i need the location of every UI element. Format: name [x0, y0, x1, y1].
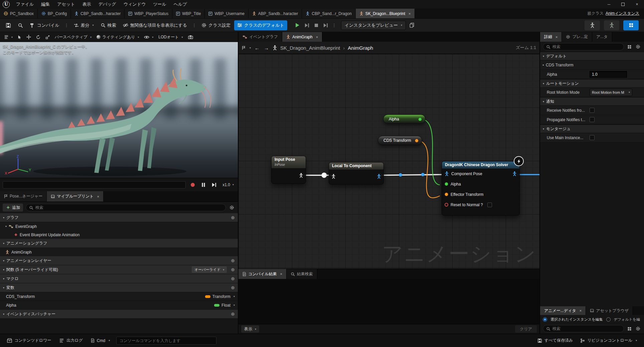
category-root-motion[interactable]: ▾ルートモーション: [540, 79, 644, 88]
play-button[interactable]: [293, 21, 302, 30]
menu-window[interactable]: ウィンドウ: [120, 0, 150, 9]
tab-my-blueprint[interactable]: マイブループリント×: [47, 191, 104, 202]
back-icon[interactable]: ←: [254, 45, 260, 51]
pin-row-component-pose[interactable]: Component Pose: [442, 168, 519, 179]
scale-tool-icon[interactable]: [43, 33, 52, 41]
add-button[interactable]: ＋追加: [3, 204, 23, 212]
forward-icon[interactable]: →: [263, 45, 270, 51]
compile-options-icon[interactable]: ⋮: [63, 23, 70, 28]
add-function-icon[interactable]: ⊕: [231, 267, 235, 272]
hide-unrelated-options-icon[interactable]: ⋮: [191, 23, 198, 28]
my-blueprint-search[interactable]: [26, 204, 226, 211]
bool-input-pin[interactable]: [445, 203, 448, 207]
node-local-to-component[interactable]: Local To Component: [329, 162, 384, 185]
preview-animation-button[interactable]: [604, 20, 619, 30]
gear-icon[interactable]: [635, 325, 641, 332]
edit-selected-instance-radio[interactable]: [543, 317, 547, 322]
minimize-icon[interactable]: ─: [602, 0, 616, 9]
anim-graph-canvas[interactable]: アニメーション Alpha: [238, 54, 539, 269]
play-options-icon[interactable]: ⋮: [331, 23, 338, 28]
float-input-pin[interactable]: [445, 182, 448, 186]
variable-row-cds-transform[interactable]: CDS_Transform Transform▾: [0, 292, 238, 301]
maximize-icon[interactable]: [616, 0, 630, 9]
timeline-scrubber[interactable]: [3, 181, 186, 189]
search-input[interactable]: [35, 205, 222, 210]
category-event-dispatchers[interactable]: ▾イベントディスパッチャー⊕: [0, 310, 238, 319]
propagate-notifies-checkbox[interactable]: [590, 117, 595, 122]
viewport-scene[interactable]: SK_Dragon_AnimBlueprint_C のプレビュー中。 このモード…: [0, 42, 238, 178]
tab-anim-graph[interactable]: AnimGraph×: [282, 32, 322, 42]
category-graphs[interactable]: ▾グラフ⊕: [0, 213, 238, 222]
output-log-button[interactable]: 出力ログ: [55, 334, 87, 347]
close-tab-icon[interactable]: ×: [555, 35, 557, 39]
preview-mesh-button[interactable]: [585, 20, 600, 30]
menu-tools[interactable]: ツール: [149, 0, 170, 9]
asset-tab-wbp-username[interactable]: WBP_Username: [205, 9, 248, 18]
compile-button[interactable]: コンパイル: [27, 20, 62, 30]
tab-compile-results[interactable]: コンパイル結果×: [238, 269, 287, 279]
pose-input-pin[interactable]: [331, 174, 336, 179]
asset-tab-cbp-dragon[interactable]: CBP_Sand...r_Dragon: [302, 9, 355, 18]
move-tool-icon[interactable]: [24, 33, 33, 41]
asset-tab-wbp-title[interactable]: WBP_Title: [172, 9, 205, 18]
playback-speed-dropdown[interactable]: x1.0▾: [221, 183, 235, 187]
revision-control-button[interactable]: リビジョンコントロール▾: [577, 338, 641, 343]
menu-file[interactable]: ファイル: [12, 0, 37, 9]
preview-viewport[interactable]: ▾ パースペクティブ▾ ライティングあり▾ ▾ LODオート▾: [0, 32, 238, 191]
asset-tab-bp-config[interactable]: BP_Config: [38, 9, 71, 18]
stop-button[interactable]: [312, 21, 321, 30]
category-macros[interactable]: ▾マクロ⊕: [0, 274, 238, 283]
grid-view-icon[interactable]: [626, 325, 633, 332]
use-main-instance-checkbox[interactable]: [590, 135, 595, 140]
parent-class-link[interactable]: Animインスタンス: [606, 11, 639, 16]
node-dragonik-solver[interactable]: DragonIK Chinese Dragon Solver Component…: [442, 161, 520, 216]
node-cds-transform-getter[interactable]: CDS Transform: [378, 136, 422, 145]
possess-icon[interactable]: [407, 20, 417, 30]
root-motion-mode-dropdown[interactable]: Root Motion from M▾: [590, 89, 632, 96]
layout-button[interactable]: [623, 20, 639, 30]
transform-input-pin[interactable]: [445, 193, 448, 196]
item-event-graph[interactable]: ▾EventGraph: [0, 222, 238, 231]
close-tab-icon[interactable]: ×: [580, 309, 582, 313]
gear-icon[interactable]: [635, 43, 641, 50]
breadcrumb-current[interactable]: AnimGraph: [348, 45, 373, 51]
perspective-dropdown[interactable]: パースペクティブ▾: [53, 33, 94, 41]
receive-notifies-checkbox[interactable]: [590, 108, 595, 113]
category-montage[interactable]: ▾モンタージュ: [540, 124, 644, 133]
pose-output-pin[interactable]: [299, 173, 303, 178]
alpha-value-input[interactable]: [590, 71, 627, 78]
bookmark-icon[interactable]: [242, 46, 246, 50]
node-alpha-getter[interactable]: Alpha: [383, 114, 426, 124]
asset-tab-abp-character[interactable]: ABP_Sandb...haracter: [249, 9, 302, 18]
property-row-cds-transform[interactable]: ▸CDS Transform: [540, 60, 644, 70]
close-tab-icon[interactable]: ×: [316, 35, 318, 39]
expander-icon[interactable]: ▸: [543, 63, 544, 66]
asset-tab-sk-dragon-blueprint[interactable]: SK_Dragon...Blueprint×: [356, 9, 415, 18]
node-input-pose[interactable]: Input Pose InPose: [271, 156, 306, 184]
add-layer-icon[interactable]: ⊕: [231, 258, 235, 263]
add-dispatcher-icon[interactable]: ⊕: [231, 311, 235, 317]
float-output-pin[interactable]: [418, 117, 422, 121]
pin-row-alpha[interactable]: Alpha: [442, 179, 519, 189]
tab-event-graph[interactable]: イベントグラフ: [238, 32, 282, 42]
category-notifies[interactable]: ▾通知: [540, 97, 644, 106]
select-tool-icon[interactable]: [16, 33, 23, 41]
close-icon[interactable]: ×: [630, 0, 644, 9]
diff-button[interactable]: 差分▾: [71, 20, 97, 30]
tab-asset-browser[interactable]: アセットブラウザ: [586, 306, 633, 315]
step-forward-button[interactable]: [210, 181, 218, 189]
asset-tab-cbp-character[interactable]: CBP_Sandb...haracter: [71, 9, 125, 18]
breadcrumb-root[interactable]: SK_Dragon_AnimBlueprint: [280, 45, 340, 51]
category-functions[interactable]: ▾関数 (5 オーバーライド可能) オーバーライド▾ ⊕: [0, 265, 238, 274]
asset-tab-wbp-playerstatus[interactable]: WBP_PlayerStatus: [125, 9, 172, 18]
category-animation-graphs[interactable]: ▾アニメーショングラフ: [0, 239, 238, 248]
close-tab-icon[interactable]: ×: [409, 12, 411, 16]
tab-pose-watch-manager[interactable]: Pose...ネージャー: [0, 191, 47, 202]
transform-output-pin[interactable]: [415, 139, 419, 142]
pose-output-pin[interactable]: [512, 171, 517, 176]
show-flags-dropdown[interactable]: ▾: [142, 33, 155, 41]
rotate-tool-icon[interactable]: [34, 33, 42, 41]
item-event-blueprint-update-animation[interactable]: Event Blueprint Update Animation: [0, 231, 238, 239]
hide-unrelated-button[interactable]: 無関係な項目を非表示にする: [120, 20, 190, 30]
add-graph-icon[interactable]: ⊕: [231, 215, 235, 220]
